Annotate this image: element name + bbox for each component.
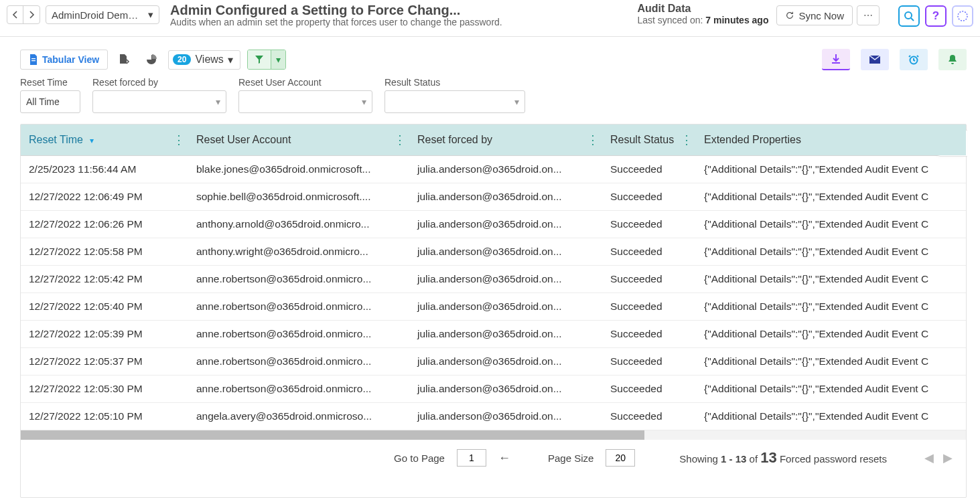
svg-rect-3	[31, 60, 36, 61]
svg-point-1	[958, 11, 967, 21]
cell-user: anne.robertson@o365droid.onmicro...	[188, 348, 409, 376]
next-page-button[interactable]: ▶	[943, 450, 953, 465]
mail-icon	[869, 55, 881, 64]
filter-result-status-dropdown[interactable]: ▾	[384, 90, 525, 113]
filter-dropdown-button[interactable]: ▾	[271, 50, 285, 69]
table-row[interactable]: 12/27/2022 12:06:26 PManthony.arnold@o36…	[21, 211, 966, 238]
pagesize-input[interactable]	[606, 449, 635, 467]
cell-status: Succeeded	[602, 403, 696, 430]
showing-range: 1 - 13	[721, 453, 746, 465]
col-menu-button[interactable]: ⋮	[587, 133, 598, 147]
cell-status: Succeeded	[602, 183, 696, 211]
cell-ext: {"Additional Details":"{}","Extended Aud…	[696, 266, 966, 293]
cell-status: Succeeded	[602, 321, 696, 348]
cell-time: 2/25/2023 11:56:44 AM	[21, 156, 188, 183]
views-count-badge: 20	[173, 54, 191, 65]
views-dropdown[interactable]: 20 Views ▾	[168, 50, 240, 70]
svg-rect-2	[31, 58, 36, 59]
showing-of: of	[746, 453, 760, 465]
table-footer: Go to Page ← Page Size Showing 1 - 13 of…	[21, 440, 966, 473]
cell-user: anne.robertson@o365droid.onmicro...	[188, 376, 409, 403]
tabular-view-button[interactable]: Tabular View	[20, 50, 108, 70]
cell-status: Succeeded	[602, 156, 696, 183]
col-header-result-status[interactable]: Result Status ⋮	[602, 124, 696, 156]
cell-status: Succeeded	[602, 238, 696, 266]
prev-page-button[interactable]: ◀	[924, 450, 934, 465]
content-area: Tabular View 20 Views ▾ ▾	[0, 37, 980, 498]
col-header-extended[interactable]: Extended Properties	[696, 124, 966, 156]
col-menu-button[interactable]: ⋮	[394, 133, 405, 147]
filter-reset-time-label: Reset Time	[20, 77, 80, 88]
nav-forward-button[interactable]	[23, 6, 40, 23]
table-row[interactable]: 12/27/2022 12:05:40 PManne.robertson@o36…	[21, 293, 966, 321]
filter-forced-by: Reset forced by ▾	[92, 77, 226, 113]
cell-user: anne.robertson@o365droid.onmicro...	[188, 321, 409, 348]
page-title: Admin Configured a Setting to Force Chan…	[170, 3, 624, 18]
cell-ext: {"Additional Details":"{}","Extended Aud…	[696, 348, 966, 376]
table-row[interactable]: 2/25/2023 11:56:44 AMblake.jones@o365dro…	[21, 156, 966, 183]
table-row[interactable]: 12/27/2022 12:05:58 PManthony.wright@o36…	[21, 238, 966, 266]
filter-user-account-dropdown[interactable]: ▾	[238, 90, 372, 113]
showing-total: 13	[760, 449, 776, 466]
horizontal-scrollbar[interactable]	[21, 430, 966, 440]
cell-ext: {"Additional Details":"{}","Extended Aud…	[696, 238, 966, 266]
table-row[interactable]: 12/27/2022 12:05:42 PManne.robertson@o36…	[21, 266, 966, 293]
table-row[interactable]: 12/27/2022 12:05:10 PMangela.avery@o365d…	[21, 403, 966, 430]
caret-down-icon: ▾	[228, 54, 233, 66]
table-row[interactable]: 12/27/2022 12:05:30 PManne.robertson@o36…	[21, 376, 966, 403]
cell-status: Succeeded	[602, 211, 696, 238]
col-header-forced-by[interactable]: Reset forced by ⋮	[409, 124, 602, 156]
cell-user: anne.robertson@o365droid.onmicro...	[188, 293, 409, 321]
nav-back-button[interactable]	[7, 6, 23, 23]
caret-down-icon: ▾	[362, 96, 366, 107]
tenant-dropdown-label: AdminDroid Dem…	[52, 9, 138, 21]
export-button[interactable]	[115, 50, 135, 70]
cell-by: julia.anderson@o365droid.on...	[409, 293, 602, 321]
cell-ext: {"Additional Details":"{}","Extended Aud…	[696, 156, 966, 183]
col-header-reset-user-label: Reset User Account	[196, 134, 291, 145]
table-row[interactable]: 12/27/2022 12:05:39 PManne.robertson@o36…	[21, 321, 966, 348]
table-row[interactable]: 12/27/2022 12:06:49 PMsophie.bell@o365dr…	[21, 183, 966, 211]
cell-ext: {"Additional Details":"{}","Extended Aud…	[696, 376, 966, 403]
tenant-dropdown[interactable]: AdminDroid Dem… ▾	[46, 5, 159, 24]
filter-reset-time-dropdown[interactable]: All Time	[20, 90, 80, 113]
sync-now-label: Sync Now	[798, 10, 844, 21]
caret-down-icon: ▾	[216, 96, 220, 107]
filter-reset-time-value: All Time	[26, 96, 60, 107]
goto-page-input[interactable]	[457, 449, 486, 467]
showing-text: Showing 1 - 13 of 13 Forced password res…	[679, 449, 887, 467]
cell-user: sophie.bell@o365droid.onmicrosoft....	[188, 183, 409, 211]
cell-user: anthony.wright@o365droid.onmicro...	[188, 238, 409, 266]
col-header-reset-user[interactable]: Reset User Account ⋮	[188, 124, 409, 156]
nav-arrows	[7, 5, 40, 24]
col-header-reset-time[interactable]: Reset Time ▾ ⋮	[21, 124, 188, 156]
header-ai-button[interactable]	[952, 5, 973, 27]
caret-down-icon: ▾	[148, 9, 153, 21]
col-header-forced-by-label: Reset forced by	[417, 134, 492, 145]
schedule-button[interactable]	[900, 49, 928, 70]
goto-page-submit[interactable]: ←	[498, 451, 510, 465]
page-subtitle: Audits when an admin set the property th…	[170, 17, 624, 27]
header-search-button[interactable]	[898, 5, 920, 27]
filter-button[interactable]	[248, 50, 271, 69]
cell-time: 12/27/2022 12:05:10 PM	[21, 403, 188, 430]
funnel-icon	[255, 55, 264, 64]
table-row[interactable]: 12/27/2022 12:05:37 PManne.robertson@o36…	[21, 348, 966, 376]
alert-button[interactable]	[938, 49, 967, 70]
col-menu-button[interactable]: ⋮	[681, 133, 692, 147]
email-button[interactable]	[861, 49, 889, 70]
caret-down-icon: ▾	[276, 54, 281, 65]
chart-view-button[interactable]	[141, 50, 161, 70]
cell-by: julia.anderson@o365droid.on...	[409, 321, 602, 348]
more-actions-button[interactable]: ⋯	[857, 5, 880, 25]
scrollbar-thumb[interactable]	[21, 430, 644, 440]
header-help-button[interactable]: ?	[925, 5, 947, 27]
sync-now-button[interactable]: Sync Now	[776, 5, 853, 25]
sparkle-icon	[957, 10, 969, 22]
bell-icon	[948, 54, 957, 65]
cell-status: Succeeded	[602, 348, 696, 376]
filter-forced-by-dropdown[interactable]: ▾	[92, 90, 226, 113]
cell-time: 12/27/2022 12:05:30 PM	[21, 376, 188, 403]
col-menu-button[interactable]: ⋮	[173, 133, 184, 147]
download-button[interactable]	[822, 49, 850, 70]
